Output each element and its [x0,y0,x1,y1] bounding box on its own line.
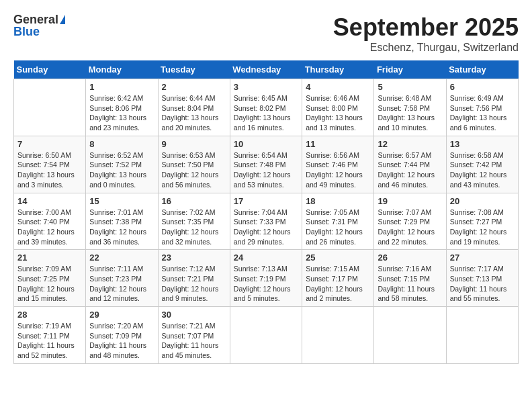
calendar-cell [374,307,446,364]
cell-content: Sunrise: 6:52 AMSunset: 7:52 PMDaylight:… [89,150,154,190]
cell-content: Sunrise: 6:58 AMSunset: 7:42 PMDaylight:… [450,150,515,190]
day-number: 3 [234,82,298,92]
page-header: General Blue September 2025 Eschenz, Thu… [13,13,519,54]
calendar-table: SundayMondayTuesdayWednesdayThursdayFrid… [13,60,519,364]
header-friday: Friday [374,60,446,79]
header-saturday: Saturday [446,60,518,79]
cell-content: Sunrise: 6:53 AMSunset: 7:50 PMDaylight:… [162,150,226,190]
day-number: 5 [378,82,442,92]
title-block: September 2025 Eschenz, Thurgau, Switzer… [333,13,519,54]
calendar-cell: 27Sunrise: 7:17 AMSunset: 7:13 PMDayligh… [446,250,518,307]
cell-content: Sunrise: 7:00 AMSunset: 7:40 PMDaylight:… [17,208,82,247]
day-number: 15 [89,196,154,206]
calendar-cell: 29Sunrise: 7:20 AMSunset: 7:09 PMDayligh… [86,307,158,364]
day-number: 26 [378,253,442,263]
calendar-cell: 20Sunrise: 7:08 AMSunset: 7:27 PMDayligh… [446,193,518,250]
day-number: 8 [89,139,154,149]
cell-content: Sunrise: 7:07 AMSunset: 7:29 PMDaylight:… [378,208,442,247]
calendar-cell: 14Sunrise: 7:00 AMSunset: 7:40 PMDayligh… [14,193,86,250]
cell-content: Sunrise: 7:11 AMSunset: 7:23 PMDaylight:… [89,264,154,304]
location: Eschenz, Thurgau, Switzerland [333,42,519,54]
day-number: 23 [162,253,226,263]
calendar-header-row: SundayMondayTuesdayWednesdayThursdayFrid… [14,60,519,79]
calendar-cell: 26Sunrise: 7:16 AMSunset: 7:15 PMDayligh… [374,250,446,307]
cell-content: Sunrise: 6:46 AMSunset: 8:00 PMDaylight:… [306,93,370,133]
week-row-4: 21Sunrise: 7:09 AMSunset: 7:25 PMDayligh… [14,250,519,307]
calendar-cell: 25Sunrise: 7:15 AMSunset: 7:17 PMDayligh… [302,250,374,307]
calendar-cell: 10Sunrise: 6:54 AMSunset: 7:48 PMDayligh… [230,136,302,193]
day-number: 28 [17,310,82,320]
week-row-5: 28Sunrise: 7:19 AMSunset: 7:11 PMDayligh… [14,307,519,364]
calendar-cell: 12Sunrise: 6:57 AMSunset: 7:44 PMDayligh… [374,136,446,193]
cell-content: Sunrise: 6:50 AMSunset: 7:54 PMDaylight:… [17,150,82,190]
cell-content: Sunrise: 7:02 AMSunset: 7:35 PMDaylight:… [162,208,226,247]
day-number: 27 [450,253,515,263]
header-monday: Monday [86,60,158,79]
day-number: 2 [162,82,226,92]
day-number: 7 [17,139,82,149]
calendar-body: 1Sunrise: 6:42 AMSunset: 8:06 PMDaylight… [14,79,519,364]
cell-content: Sunrise: 6:57 AMSunset: 7:44 PMDaylight:… [378,150,442,190]
day-number: 21 [17,253,82,263]
cell-content: Sunrise: 7:05 AMSunset: 7:31 PMDaylight:… [306,208,370,247]
cell-content: Sunrise: 7:01 AMSunset: 7:38 PMDaylight:… [89,208,154,247]
week-row-1: 1Sunrise: 6:42 AMSunset: 8:06 PMDaylight… [14,79,519,136]
cell-content: Sunrise: 7:13 AMSunset: 7:19 PMDaylight:… [234,264,298,304]
calendar-cell: 5Sunrise: 6:48 AMSunset: 7:58 PMDaylight… [374,79,446,136]
calendar-cell: 22Sunrise: 7:11 AMSunset: 7:23 PMDayligh… [86,250,158,307]
day-number: 29 [89,310,154,320]
calendar-cell: 17Sunrise: 7:04 AMSunset: 7:33 PMDayligh… [230,193,302,250]
cell-content: Sunrise: 7:17 AMSunset: 7:13 PMDaylight:… [450,264,515,304]
cell-content: Sunrise: 7:16 AMSunset: 7:15 PMDaylight:… [378,264,442,304]
calendar-cell: 28Sunrise: 7:19 AMSunset: 7:11 PMDayligh… [14,307,86,364]
day-number: 24 [234,253,298,263]
day-number: 14 [17,196,82,206]
calendar-cell: 4Sunrise: 6:46 AMSunset: 8:00 PMDaylight… [302,79,374,136]
cell-content: Sunrise: 6:54 AMSunset: 7:48 PMDaylight:… [234,150,298,190]
day-number: 1 [89,82,154,92]
calendar-cell: 9Sunrise: 6:53 AMSunset: 7:50 PMDaylight… [158,136,230,193]
calendar-cell: 6Sunrise: 6:49 AMSunset: 7:56 PMDaylight… [446,79,518,136]
calendar-cell: 13Sunrise: 6:58 AMSunset: 7:42 PMDayligh… [446,136,518,193]
calendar-cell: 1Sunrise: 6:42 AMSunset: 8:06 PMDaylight… [86,79,158,136]
day-number: 16 [162,196,226,206]
calendar-cell: 2Sunrise: 6:44 AMSunset: 8:04 PMDaylight… [158,79,230,136]
logo-blue-text: Blue [13,26,65,38]
calendar-cell: 18Sunrise: 7:05 AMSunset: 7:31 PMDayligh… [302,193,374,250]
logo: General Blue [13,13,65,38]
cell-content: Sunrise: 7:15 AMSunset: 7:17 PMDaylight:… [306,264,370,304]
day-number: 25 [306,253,370,263]
week-row-3: 14Sunrise: 7:00 AMSunset: 7:40 PMDayligh… [14,193,519,250]
calendar-cell: 19Sunrise: 7:07 AMSunset: 7:29 PMDayligh… [374,193,446,250]
day-number: 6 [450,82,515,92]
day-number: 9 [162,139,226,149]
cell-content: Sunrise: 7:04 AMSunset: 7:33 PMDaylight:… [234,208,298,247]
month-title: September 2025 [333,13,519,42]
header-sunday: Sunday [14,60,86,79]
cell-content: Sunrise: 7:19 AMSunset: 7:11 PMDaylight:… [17,321,82,361]
calendar-cell [302,307,374,364]
day-number: 17 [234,196,298,206]
cell-content: Sunrise: 6:56 AMSunset: 7:46 PMDaylight:… [306,150,370,190]
calendar-cell: 21Sunrise: 7:09 AMSunset: 7:25 PMDayligh… [14,250,86,307]
calendar-cell: 7Sunrise: 6:50 AMSunset: 7:54 PMDaylight… [14,136,86,193]
calendar-cell: 15Sunrise: 7:01 AMSunset: 7:38 PMDayligh… [86,193,158,250]
calendar-cell: 8Sunrise: 6:52 AMSunset: 7:52 PMDaylight… [86,136,158,193]
day-number: 13 [450,139,515,149]
cell-content: Sunrise: 7:12 AMSunset: 7:21 PMDaylight:… [162,264,226,304]
calendar-cell: 16Sunrise: 7:02 AMSunset: 7:35 PMDayligh… [158,193,230,250]
header-wednesday: Wednesday [230,60,302,79]
header-thursday: Thursday [302,60,374,79]
calendar-cell: 3Sunrise: 6:45 AMSunset: 8:02 PMDaylight… [230,79,302,136]
day-number: 22 [89,253,154,263]
day-number: 18 [306,196,370,206]
week-row-2: 7Sunrise: 6:50 AMSunset: 7:54 PMDaylight… [14,136,519,193]
logo-general-text: General [13,13,58,26]
cell-content: Sunrise: 6:48 AMSunset: 7:58 PMDaylight:… [378,93,442,133]
cell-content: Sunrise: 7:20 AMSunset: 7:09 PMDaylight:… [89,321,154,361]
calendar-cell [446,307,518,364]
cell-content: Sunrise: 7:09 AMSunset: 7:25 PMDaylight:… [17,264,82,304]
calendar-cell: 30Sunrise: 7:21 AMSunset: 7:07 PMDayligh… [158,307,230,364]
calendar-cell: 23Sunrise: 7:12 AMSunset: 7:21 PMDayligh… [158,250,230,307]
cell-content: Sunrise: 6:42 AMSunset: 8:06 PMDaylight:… [89,93,154,133]
